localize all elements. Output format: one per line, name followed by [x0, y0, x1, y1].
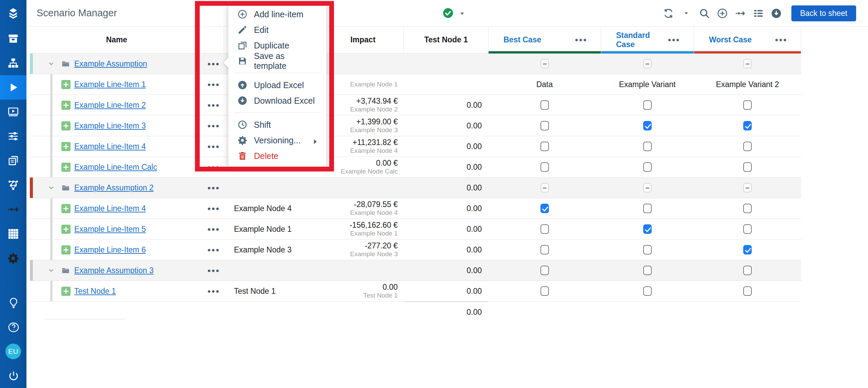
- case-checkbox[interactable]: [540, 121, 549, 130]
- user-avatar[interactable]: EU: [0, 339, 26, 364]
- sidebar-item-network-nodes[interactable]: [0, 173, 26, 197]
- row-name-link[interactable]: Example Line-Item 6: [74, 245, 146, 254]
- case-checkbox-checked[interactable]: [643, 224, 652, 234]
- menu-item-save-as-template[interactable]: Save as template: [229, 53, 326, 69]
- case-checkbox-checked[interactable]: [643, 121, 652, 130]
- toolbar-caret-down[interactable]: [680, 7, 693, 20]
- line-item-plus-icon[interactable]: [61, 204, 71, 213]
- row-name-link[interactable]: Example Line-Item Calc: [74, 163, 157, 172]
- row-name-link[interactable]: Example Assumption 2: [74, 183, 154, 192]
- row-menu-button[interactable]: ●●●: [208, 102, 220, 108]
- row-name-link[interactable]: Example Line-Item 4: [74, 204, 146, 213]
- sidebar-item-grid[interactable]: [0, 222, 26, 246]
- case-checkbox[interactable]: [743, 142, 752, 151]
- app-logo[interactable]: [0, 0, 26, 26]
- row-menu-button[interactable]: ●●●: [208, 226, 220, 232]
- row-menu-button[interactable]: ●●●: [208, 82, 220, 87]
- row-name-link[interactable]: Example Line-Item 3: [74, 121, 146, 130]
- row-name-link[interactable]: Example Line-Item 4: [74, 142, 146, 151]
- row-name-link[interactable]: Example Line-Item 5: [74, 225, 146, 234]
- line-item-plus-icon[interactable]: [61, 287, 71, 296]
- toolbar-jump-arrow[interactable]: [734, 7, 747, 20]
- row-menu-button[interactable]: ●●●: [208, 164, 220, 170]
- menu-item-upload-excel[interactable]: Upload Excel: [229, 77, 326, 93]
- chevron-down-icon[interactable]: [47, 183, 56, 192]
- row-name-link[interactable]: Example Assumption: [74, 59, 147, 68]
- chevron-down-icon[interactable]: [47, 266, 56, 275]
- row-menu-button[interactable]: ●●●: [208, 123, 220, 129]
- case-checkbox-indeterminate[interactable]: [743, 183, 752, 192]
- row-name-link[interactable]: Example Assumption 3: [74, 266, 154, 275]
- sidebar-item-archive[interactable]: [0, 26, 26, 51]
- sidebar-item-sliders[interactable]: [0, 124, 26, 148]
- toolbar-download-circle[interactable]: [770, 7, 783, 20]
- case-checkbox[interactable]: [743, 266, 752, 275]
- case-checkbox[interactable]: [643, 162, 652, 172]
- row-menu-button[interactable]: ●●●: [208, 247, 220, 253]
- line-item-plus-icon[interactable]: [61, 121, 71, 130]
- sidebar-item-copy-pages[interactable]: [0, 148, 26, 173]
- case-checkbox-indeterminate[interactable]: [643, 59, 652, 68]
- line-item-plus-icon[interactable]: [61, 163, 71, 172]
- chevron-down-icon[interactable]: [47, 59, 56, 68]
- line-item-plus-icon[interactable]: [61, 101, 71, 110]
- case-checkbox[interactable]: [540, 286, 549, 296]
- case-checkbox-indeterminate[interactable]: [540, 59, 549, 68]
- sidebar-item-play[interactable]: [0, 75, 26, 100]
- case-checkbox[interactable]: [643, 142, 652, 151]
- sidebar-item-org-chart[interactable]: [0, 51, 26, 75]
- line-item-plus-icon[interactable]: [61, 80, 71, 89]
- case-menu-dots[interactable]: ●●●: [575, 37, 587, 43]
- case-checkbox[interactable]: [743, 100, 752, 110]
- case-checkbox[interactable]: [540, 162, 549, 172]
- case-checkbox[interactable]: [743, 224, 752, 234]
- toolbar-search[interactable]: [698, 7, 711, 20]
- menu-item-versioning[interactable]: Versioning...: [229, 132, 326, 148]
- case-checkbox[interactable]: [743, 286, 752, 296]
- sidebar-item-jump-arrow[interactable]: [0, 197, 26, 222]
- case-checkbox[interactable]: [643, 266, 652, 275]
- case-checkbox-checked[interactable]: [743, 121, 752, 130]
- row-menu-button[interactable]: ●●●: [208, 288, 220, 294]
- sidebar-item-power[interactable]: [0, 364, 26, 388]
- case-checkbox-indeterminate[interactable]: [743, 59, 752, 68]
- line-item-plus-icon[interactable]: [61, 142, 71, 151]
- row-name-link[interactable]: Example Line-Item 2: [74, 101, 146, 110]
- line-item-plus-icon[interactable]: [61, 245, 71, 254]
- case-checkbox[interactable]: [643, 245, 652, 254]
- case-checkbox-checked[interactable]: [743, 245, 752, 254]
- menu-item-edit[interactable]: Edit: [229, 22, 326, 38]
- case-checkbox[interactable]: [743, 204, 752, 213]
- row-menu-button[interactable]: ●●●: [208, 206, 220, 211]
- row-menu-button[interactable]: ●●●: [208, 144, 220, 149]
- case-checkbox[interactable]: [540, 142, 549, 151]
- toolbar-plus-circle[interactable]: [716, 7, 729, 20]
- status-dropdown[interactable]: [442, 7, 466, 19]
- row-menu-button[interactable]: ●●●: [208, 185, 220, 191]
- case-checkbox[interactable]: [643, 204, 652, 213]
- toolbar-refresh[interactable]: [662, 7, 675, 20]
- toolbar-list-lines[interactable]: [752, 7, 765, 20]
- case-checkbox[interactable]: [540, 100, 549, 110]
- column-header-best-case[interactable]: Best Case ●●●: [488, 26, 601, 53]
- sidebar-item-monitor-play[interactable]: [0, 100, 26, 124]
- row-name-link[interactable]: Test Node 1: [74, 287, 116, 296]
- menu-item-download-excel[interactable]: Download Excel: [229, 93, 326, 108]
- case-menu-dots[interactable]: ●●●: [668, 37, 680, 43]
- case-menu-dots[interactable]: ●●●: [775, 37, 787, 43]
- case-checkbox[interactable]: [643, 100, 652, 110]
- case-checkbox-checked[interactable]: [540, 204, 549, 213]
- column-header-standard-case[interactable]: Standard Case ●●●: [601, 26, 694, 53]
- sidebar-item-gear[interactable]: [0, 246, 26, 270]
- case-checkbox[interactable]: [540, 266, 549, 275]
- case-checkbox[interactable]: [540, 245, 549, 254]
- menu-item-delete[interactable]: Delete: [229, 148, 326, 164]
- line-item-plus-icon[interactable]: [61, 225, 71, 234]
- case-checkbox[interactable]: [743, 162, 752, 172]
- sidebar-item-lightbulb[interactable]: [0, 290, 26, 315]
- menu-item-shift[interactable]: Shift: [229, 117, 326, 132]
- sidebar-item-help-circle[interactable]: [0, 315, 26, 339]
- case-checkbox-indeterminate[interactable]: [643, 183, 652, 192]
- case-checkbox[interactable]: [540, 224, 549, 234]
- row-menu-button[interactable]: ●●●: [208, 61, 220, 67]
